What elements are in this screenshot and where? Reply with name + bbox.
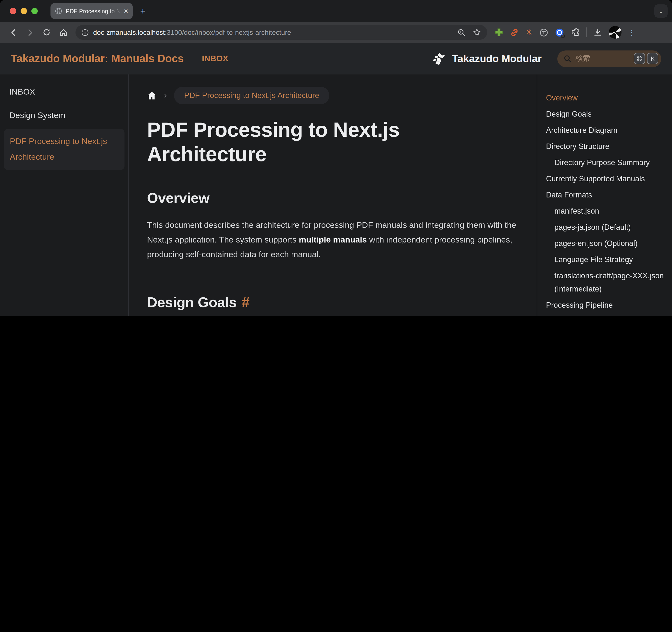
page-title: PDF Processing to Next.js Architecture bbox=[147, 118, 517, 167]
breadcrumb-current[interactable]: PDF Processing to Next.js Architecture bbox=[174, 87, 329, 104]
sidebar-item-inbox[interactable]: INBOX bbox=[0, 87, 128, 97]
new-tab-button[interactable]: + bbox=[140, 6, 146, 17]
bookmark-star-icon[interactable] bbox=[473, 28, 481, 37]
toc-item[interactable]: Overview bbox=[546, 91, 666, 104]
breadcrumb-chevron-icon: › bbox=[164, 91, 167, 100]
browser-window: PDF Processing to Next.js Arc ✕ + ⌄ doc-… bbox=[0, 0, 672, 316]
forward-button[interactable] bbox=[22, 24, 38, 41]
url-text[interactable]: doc-zmanuals.localhost:3100/doc/inbox/pd… bbox=[93, 28, 291, 36]
toc-item[interactable]: Phase 1: PDF Processing (Temporary Data) bbox=[546, 314, 666, 316]
reload-button[interactable] bbox=[38, 24, 55, 41]
site-logo-icon bbox=[432, 51, 447, 66]
site-info-icon[interactable] bbox=[81, 29, 89, 36]
tab-search-chevron-button[interactable]: ⌄ bbox=[654, 4, 668, 18]
extensions-row: ✳ ⋮ bbox=[495, 26, 636, 39]
toc-item[interactable]: Design Goals bbox=[546, 107, 666, 121]
toc-item[interactable]: Currently Supported Manuals bbox=[546, 172, 666, 185]
cmd-key-badge: ⌘ bbox=[634, 53, 645, 64]
extension-circle-icon[interactable] bbox=[539, 28, 549, 37]
left-sidebar: INBOX Design System PDF Processing to Ne… bbox=[0, 74, 129, 316]
breadcrumb-home-icon[interactable] bbox=[147, 91, 157, 100]
search-placeholder: 検索 bbox=[575, 54, 634, 63]
search-input[interactable]: 検索 ⌘ K bbox=[557, 50, 661, 67]
traffic-lights bbox=[10, 8, 38, 14]
overview-paragraph: This document describes the architecture… bbox=[147, 218, 517, 262]
toc-item[interactable]: Architecture Diagram bbox=[546, 123, 666, 137]
toc-item[interactable]: Processing Pipeline bbox=[546, 298, 666, 311]
nav-inbox-link[interactable]: INBOX bbox=[202, 54, 229, 64]
toc-item[interactable]: Language File Strategy bbox=[546, 253, 666, 266]
extensions-puzzle-icon[interactable] bbox=[571, 28, 580, 37]
zoom-page-icon[interactable] bbox=[457, 28, 466, 36]
downloads-icon[interactable] bbox=[593, 28, 602, 37]
table-of-contents: Overview Design Goals Architecture Diagr… bbox=[537, 74, 672, 316]
main-content: › PDF Processing to Next.js Architecture… bbox=[129, 74, 537, 316]
home-button[interactable] bbox=[55, 24, 72, 41]
minimize-window-button[interactable] bbox=[21, 8, 27, 14]
tab-close-icon[interactable]: ✕ bbox=[123, 8, 128, 14]
browser-tab[interactable]: PDF Processing to Next.js Arc ✕ bbox=[50, 3, 133, 19]
back-button[interactable] bbox=[5, 24, 22, 41]
toc-item[interactable]: translations-draft/page-XXX.json (Interm… bbox=[546, 269, 666, 296]
heading-anchor-link[interactable]: # bbox=[242, 295, 249, 310]
close-window-button[interactable] bbox=[10, 8, 16, 14]
profile-avatar[interactable] bbox=[609, 26, 622, 39]
globe-favicon-icon bbox=[55, 7, 62, 15]
toc-item[interactable]: Directory Purpose Summary bbox=[546, 156, 666, 169]
k-key-badge: K bbox=[647, 53, 658, 64]
browser-toolbar: doc-zmanuals.localhost:3100/doc/inbox/pd… bbox=[0, 22, 672, 43]
browser-menu-icon[interactable]: ⋮ bbox=[628, 28, 636, 37]
sidebar-item-design-system[interactable]: Design System bbox=[0, 111, 128, 121]
toc-item[interactable]: manifest.json bbox=[546, 204, 666, 218]
toc-item[interactable]: Data Formats bbox=[546, 188, 666, 201]
zoom-window-button[interactable] bbox=[31, 8, 38, 14]
toolbar-divider bbox=[586, 27, 587, 37]
address-bar[interactable]: doc-zmanuals.localhost:3100/doc/inbox/pd… bbox=[75, 25, 487, 40]
tab-title: PDF Processing to Next.js Arc bbox=[66, 7, 122, 15]
search-icon bbox=[564, 55, 572, 62]
site-header: Takazudo Modular: Manuals Docs INBOX Tak… bbox=[0, 43, 672, 74]
extension-1password-icon[interactable] bbox=[555, 28, 564, 37]
sidebar-item-active[interactable]: PDF Processing to Next.js Architecture bbox=[4, 129, 124, 170]
tab-bar: PDF Processing to Next.js Arc ✕ + ⌄ bbox=[0, 0, 672, 22]
design-goals-heading: Design Goals# bbox=[147, 295, 517, 311]
breadcrumb: › PDF Processing to Next.js Architecture bbox=[147, 85, 517, 106]
overview-heading: Overview bbox=[147, 190, 517, 206]
toc-item[interactable]: Directory Structure bbox=[546, 140, 666, 153]
toc-item[interactable]: pages-en.json (Optional) bbox=[546, 237, 666, 250]
extension-starburst-icon[interactable]: ✳ bbox=[525, 28, 533, 37]
extension-green-plus-icon[interactable] bbox=[495, 28, 503, 37]
extension-link-icon[interactable] bbox=[510, 28, 519, 37]
site-name: Takazudo Modular bbox=[452, 53, 542, 65]
toc-item[interactable]: pages-ja.json (Default) bbox=[546, 221, 666, 234]
site-brand-link[interactable]: Takazudo Modular: Manuals Docs bbox=[11, 52, 184, 65]
